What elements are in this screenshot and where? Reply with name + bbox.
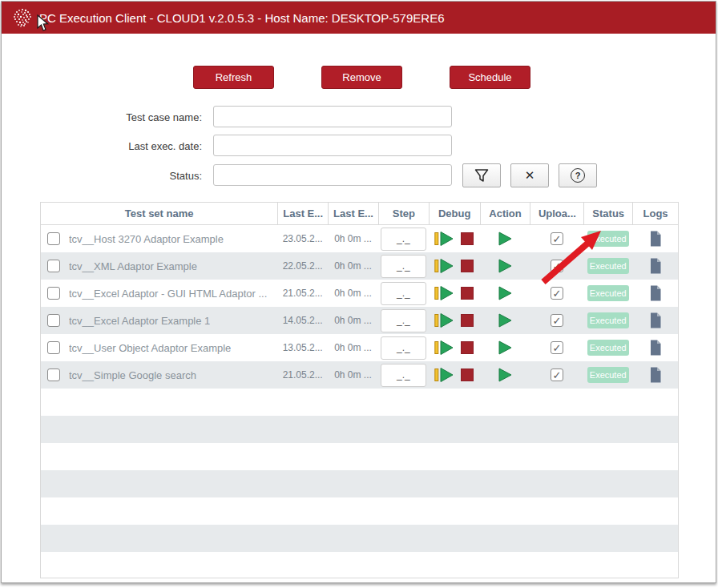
test-set-table: Test set name Last E... Last E... Step D… bbox=[40, 202, 679, 578]
test-set-name: tcv__Simple Google search bbox=[69, 369, 196, 381]
debug-run-icon[interactable] bbox=[434, 285, 454, 301]
run-icon[interactable] bbox=[498, 286, 512, 300]
clear-filter-button[interactable]: ✕ bbox=[510, 163, 549, 187]
table-header: Test set name Last E... Last E... Step D… bbox=[41, 203, 678, 225]
remove-button[interactable]: Remove bbox=[321, 66, 402, 89]
status-badge: Executed bbox=[587, 258, 629, 274]
stop-icon[interactable] bbox=[461, 341, 474, 354]
test-set-name: tcv__XML Adaptor Example bbox=[69, 260, 197, 272]
stop-icon[interactable] bbox=[461, 260, 474, 272]
apply-filter-button[interactable] bbox=[462, 163, 501, 187]
col-header-action[interactable]: Action bbox=[480, 203, 530, 224]
table-row[interactable]: tcv__Host 3270 Adaptor Example 23.05.2..… bbox=[41, 225, 678, 252]
refresh-button[interactable]: Refresh bbox=[193, 66, 274, 89]
step-input[interactable]: _._ bbox=[381, 364, 426, 387]
row-checkbox[interactable] bbox=[47, 369, 60, 381]
stop-icon[interactable] bbox=[461, 232, 474, 245]
step-input[interactable]: _._ bbox=[381, 228, 426, 251]
table-row[interactable]: tcv__XML Adaptor Example 22.05.2... 0h 0… bbox=[41, 252, 678, 280]
status-input[interactable] bbox=[213, 164, 452, 186]
run-icon[interactable] bbox=[498, 259, 512, 273]
run-icon[interactable] bbox=[498, 340, 512, 355]
stop-icon[interactable] bbox=[461, 314, 474, 327]
app-window: PC Execution Client - CLOUD1 v.2.0.5.3 -… bbox=[1, 1, 716, 583]
empty-row bbox=[41, 389, 678, 416]
step-input[interactable]: _._ bbox=[381, 309, 426, 332]
filter-funnel-icon bbox=[474, 168, 490, 183]
test-case-name-input[interactable] bbox=[213, 106, 452, 127]
stop-icon[interactable] bbox=[461, 369, 474, 381]
run-icon[interactable] bbox=[498, 313, 512, 328]
exec-duration-cell: 0h 0m ... bbox=[334, 233, 372, 244]
logs-icon[interactable] bbox=[649, 258, 662, 274]
col-header-last-exec[interactable]: Last E... bbox=[277, 203, 328, 224]
last-exec-date-input[interactable] bbox=[213, 135, 452, 156]
upload-checkbox[interactable]: ✓ bbox=[551, 287, 563, 300]
col-header-step[interactable]: Step bbox=[378, 203, 429, 224]
help-icon: ? bbox=[571, 168, 585, 183]
stop-icon[interactable] bbox=[461, 287, 474, 300]
last-exec-date-label: Last exec. date: bbox=[82, 140, 202, 152]
debug-run-icon[interactable] bbox=[434, 258, 454, 274]
step-input[interactable]: _._ bbox=[381, 282, 426, 305]
mouse-cursor-icon bbox=[37, 14, 50, 32]
test-set-name: tcv__User Object Adaptor Example bbox=[69, 342, 231, 354]
debug-run-icon[interactable] bbox=[434, 312, 454, 328]
upload-checkbox[interactable]: ✓ bbox=[551, 232, 563, 245]
run-icon[interactable] bbox=[498, 232, 512, 246]
empty-row bbox=[41, 497, 678, 525]
table-row[interactable]: tcv__Excel Adaptor - GUI HTML Adaptor ..… bbox=[41, 280, 678, 307]
help-button[interactable]: ? bbox=[559, 163, 597, 187]
table-row[interactable]: tcv__User Object Adaptor Example 13.05.2… bbox=[41, 334, 678, 361]
debug-run-icon[interactable] bbox=[434, 340, 454, 356]
schedule-button[interactable]: Schedule bbox=[450, 66, 530, 89]
col-header-logs[interactable]: Logs bbox=[632, 203, 678, 224]
last-exec-date-cell: 23.05.2... bbox=[283, 233, 323, 244]
window-title: PC Execution Client - CLOUD1 v.2.0.5.3 -… bbox=[39, 11, 444, 25]
exec-duration-cell: 0h 0m ... bbox=[334, 260, 372, 272]
table-row[interactable]: tcv__Excel Adaptor Example 1 14.05.2... … bbox=[41, 307, 678, 334]
debug-run-icon[interactable] bbox=[434, 231, 454, 247]
step-input[interactable]: _._ bbox=[381, 255, 426, 278]
col-header-status[interactable]: Status bbox=[583, 203, 632, 224]
row-checkbox[interactable] bbox=[47, 232, 60, 245]
step-input[interactable]: _._ bbox=[381, 336, 426, 360]
col-header-test-set-name[interactable]: Test set name bbox=[41, 203, 277, 224]
title-bar[interactable]: PC Execution Client - CLOUD1 v.2.0.5.3 -… bbox=[2, 2, 716, 34]
upload-checkbox[interactable]: ✓ bbox=[551, 260, 563, 272]
last-exec-date-cell: 21.05.2... bbox=[283, 369, 323, 381]
run-icon[interactable] bbox=[498, 368, 512, 382]
test-set-name: tcv__Host 3270 Adaptor Example bbox=[69, 233, 224, 245]
upload-checkbox[interactable]: ✓ bbox=[551, 369, 563, 381]
test-set-name: tcv__Excel Adaptor Example 1 bbox=[69, 315, 210, 327]
col-header-last-exec-2[interactable]: Last E... bbox=[328, 203, 378, 224]
status-badge: Executed bbox=[587, 285, 629, 301]
upload-checkbox[interactable]: ✓ bbox=[551, 341, 563, 354]
empty-row bbox=[41, 552, 678, 579]
table-body: tcv__Host 3270 Adaptor Example 23.05.2..… bbox=[41, 225, 678, 579]
upload-checkbox[interactable]: ✓ bbox=[551, 314, 563, 327]
exec-duration-cell: 0h 0m ... bbox=[334, 342, 372, 353]
row-checkbox[interactable] bbox=[47, 341, 60, 354]
logs-icon[interactable] bbox=[649, 367, 662, 383]
exec-duration-cell: 0h 0m ... bbox=[334, 288, 372, 299]
table-row[interactable]: tcv__Simple Google search 21.05.2... 0h … bbox=[41, 361, 678, 389]
col-header-debug[interactable]: Debug bbox=[429, 203, 480, 224]
last-exec-date-cell: 13.05.2... bbox=[283, 342, 323, 353]
logs-icon[interactable] bbox=[649, 312, 662, 328]
row-checkbox[interactable] bbox=[47, 314, 60, 327]
debug-run-icon[interactable] bbox=[434, 367, 454, 383]
empty-row bbox=[41, 470, 678, 497]
col-header-upload[interactable]: Uploa... bbox=[530, 203, 583, 224]
logs-icon[interactable] bbox=[649, 285, 662, 301]
row-checkbox[interactable] bbox=[47, 287, 60, 300]
status-badge: Executed bbox=[587, 312, 629, 328]
status-badge: Executed bbox=[587, 367, 629, 383]
test-set-name: tcv__Excel Adaptor - GUI HTML Adaptor ..… bbox=[69, 288, 267, 300]
logs-icon[interactable] bbox=[649, 231, 662, 247]
last-exec-date-cell: 22.05.2... bbox=[283, 260, 323, 272]
row-checkbox[interactable] bbox=[47, 260, 60, 272]
clear-x-icon: ✕ bbox=[525, 168, 535, 183]
logs-icon[interactable] bbox=[649, 340, 662, 356]
exec-duration-cell: 0h 0m ... bbox=[334, 315, 372, 326]
